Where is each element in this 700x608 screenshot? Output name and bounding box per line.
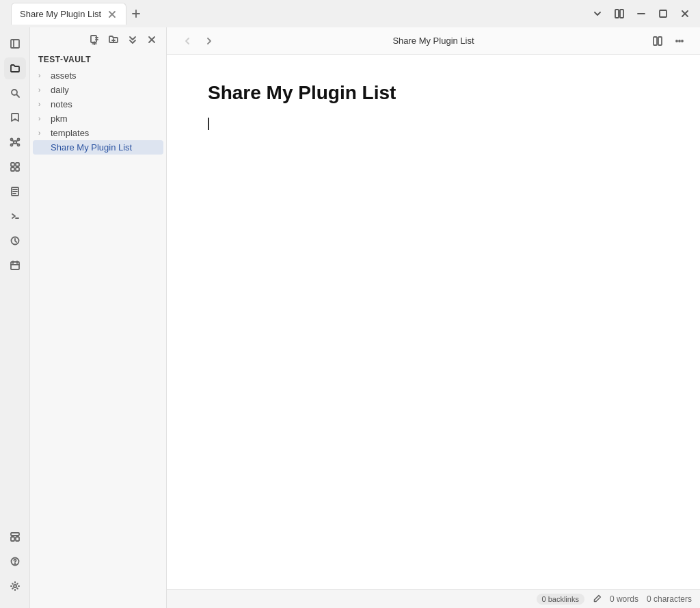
pages-icon — [10, 186, 21, 197]
folder-label: daily — [51, 85, 158, 95]
folder-icon — [10, 63, 21, 74]
close-icon — [107, 9, 118, 20]
folder-notes[interactable]: › notes — [33, 97, 163, 111]
chevron-icon: › — [38, 86, 48, 94]
tab-label: Share My Plugin List — [20, 9, 101, 19]
graph-icon — [10, 137, 21, 148]
active-tab[interactable]: Share My Plugin List — [11, 3, 126, 25]
chevron-icon: › — [38, 101, 48, 108]
terminal-button[interactable] — [4, 205, 26, 227]
pages-button[interactable] — [4, 181, 26, 202]
svg-point-54 — [682, 40, 683, 42]
close-sidebar-button[interactable] — [143, 31, 161, 49]
more-icon — [674, 36, 685, 47]
split-view-button[interactable] — [610, 4, 629, 23]
svg-point-53 — [679, 40, 680, 42]
search-button[interactable] — [4, 82, 26, 104]
folder-label: templates — [51, 128, 158, 138]
maximize-button[interactable] — [654, 4, 673, 23]
maximize-icon — [658, 8, 669, 19]
file-explorer-button[interactable] — [4, 57, 26, 79]
bookmark-icon — [10, 112, 21, 123]
reading-mode-button[interactable] — [648, 31, 667, 51]
template-button[interactable] — [4, 526, 26, 548]
document-title: Share My Plugin List — [208, 82, 659, 104]
minimize-button[interactable] — [632, 4, 651, 23]
minimize-icon — [636, 8, 647, 19]
settings-button[interactable] — [4, 575, 26, 597]
new-tab-button[interactable] — [126, 4, 146, 23]
text-cursor — [208, 118, 209, 130]
graph-button[interactable] — [4, 131, 26, 153]
char-count: 0 characters — [647, 594, 692, 604]
sidebar-icon — [10, 38, 21, 49]
svg-rect-5 — [620, 10, 623, 18]
folder-assets[interactable]: › assets — [33, 68, 163, 83]
folder-pkm[interactable]: › pkm — [33, 111, 163, 126]
main-layout: TEST-VAULT › assets › daily › notes › pk… — [0, 27, 700, 608]
backlinks-status[interactable]: 0 backlinks — [537, 594, 584, 605]
svg-point-42 — [14, 585, 16, 587]
forward-icon — [204, 36, 215, 47]
chevron-icon: › — [38, 129, 48, 137]
editor-area[interactable]: Share My Plugin List — [167, 55, 700, 589]
window-controls — [588, 4, 695, 23]
collapse-all-button[interactable] — [124, 31, 142, 49]
file-tree: › assets › daily › notes › pkm › templat… — [30, 67, 166, 608]
activity-bar-top — [4, 33, 26, 523]
svg-rect-43 — [91, 36, 96, 42]
folder-label: assets — [51, 70, 158, 81]
content-area: Share My Plugin List Share My Plugin Lis… — [167, 27, 700, 608]
forward-button[interactable] — [200, 31, 219, 51]
new-note-icon — [89, 34, 100, 45]
dropdown-button[interactable] — [588, 4, 607, 23]
sidebar-toolbar — [30, 27, 166, 52]
plus-icon — [131, 8, 142, 19]
more-options-button[interactable] — [670, 31, 689, 51]
char-count-status: 0 characters — [647, 594, 692, 604]
extensions-button[interactable] — [4, 156, 26, 178]
back-button[interactable] — [178, 31, 197, 51]
close-window-button[interactable] — [675, 4, 695, 23]
chevron-icon: › — [38, 115, 48, 122]
template-icon — [10, 531, 21, 542]
svg-rect-33 — [11, 262, 19, 269]
tab-close-button[interactable] — [107, 9, 118, 20]
svg-rect-4 — [615, 10, 619, 18]
help-icon — [10, 556, 21, 567]
clock-icon — [10, 235, 21, 246]
folder-daily[interactable]: › daily — [33, 83, 163, 97]
svg-rect-25 — [11, 168, 14, 171]
editor-content[interactable] — [208, 118, 659, 130]
content-title: Share My Plugin List — [392, 36, 474, 46]
bookmark-button[interactable] — [4, 107, 26, 129]
new-note-button[interactable] — [85, 31, 103, 49]
content-actions — [648, 31, 689, 51]
file-share-my-plugin-list[interactable]: › Share My Plugin List — [33, 140, 163, 155]
folder-templates[interactable]: › templates — [33, 126, 163, 140]
calendar-icon — [10, 260, 21, 271]
close-window-icon — [679, 8, 690, 19]
terminal-icon — [10, 211, 21, 222]
svg-rect-7 — [660, 10, 667, 17]
svg-rect-23 — [11, 163, 14, 166]
word-count-status: 0 words — [610, 594, 638, 604]
svg-rect-38 — [11, 537, 14, 541]
search-icon — [10, 88, 21, 98]
tab-bar: Share My Plugin List — [11, 3, 582, 25]
svg-line-13 — [16, 95, 19, 98]
new-folder-button[interactable] — [105, 31, 122, 49]
svg-rect-51 — [658, 37, 662, 45]
back-icon — [182, 36, 193, 47]
svg-rect-26 — [16, 168, 19, 171]
activity-bar — [0, 27, 30, 608]
svg-rect-24 — [16, 163, 19, 166]
file-explorer-sidebar: TEST-VAULT › assets › daily › notes › pk… — [30, 27, 167, 608]
svg-rect-39 — [16, 537, 19, 541]
sidebar-toggle-button[interactable] — [4, 33, 26, 55]
help-button[interactable] — [4, 551, 26, 572]
vault-name: TEST-VAULT — [30, 52, 166, 67]
new-folder-icon — [108, 34, 119, 45]
calendar-button[interactable] — [4, 254, 26, 276]
clock-button[interactable] — [4, 230, 26, 252]
